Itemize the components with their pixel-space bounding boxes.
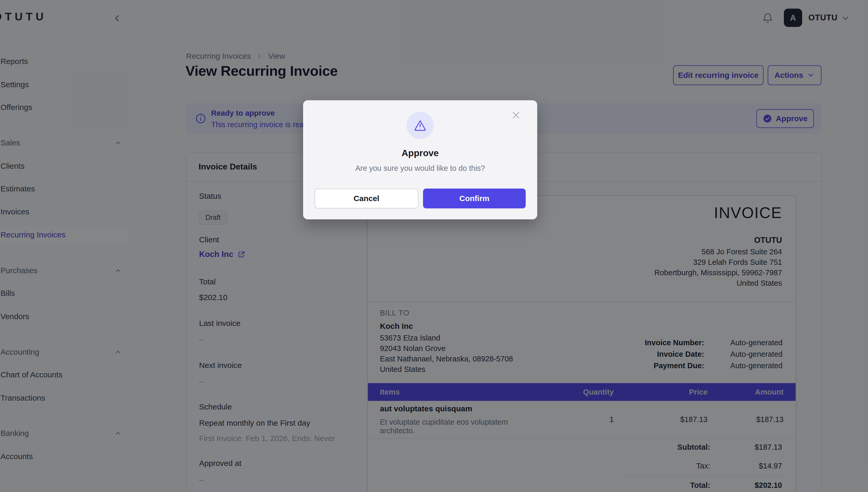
close-button[interactable] [511, 110, 521, 120]
modal-backdrop[interactable] [0, 0, 868, 492]
warning-triangle-icon [413, 118, 428, 133]
modal-title: Approve [303, 148, 537, 158]
cancel-button[interactable]: Cancel [315, 189, 418, 208]
approve-confirmation-modal: Approve Are you sure you would like to d… [303, 100, 537, 219]
confirm-button[interactable]: Confirm [423, 189, 526, 208]
modal-message: Are you sure you would like to do this? [303, 164, 537, 173]
close-icon [511, 110, 521, 120]
warning-icon-circle [407, 112, 434, 139]
app-root: OTUTU A OTUTU Reports Settings Offerings… [0, 0, 868, 492]
modal-buttons: Cancel Confirm [315, 189, 526, 208]
